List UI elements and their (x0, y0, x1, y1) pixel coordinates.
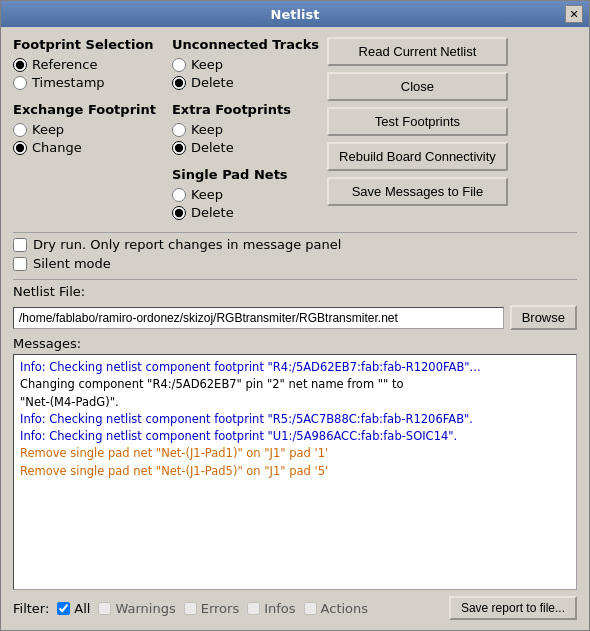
extra-keep-radio[interactable] (172, 123, 186, 137)
single-pad-nets-label: Single Pad Nets (172, 167, 319, 182)
msg-line-7: Remove single pad net "Net-(J1-Pad5)" on… (20, 463, 570, 480)
filter-errors-checkbox[interactable] (184, 602, 197, 615)
filter-warnings-label: Warnings (115, 601, 175, 616)
extra-keep-label: Keep (191, 122, 223, 137)
silent-mode-checkbox[interactable] (13, 257, 27, 271)
footprint-timestamp-radio[interactable] (13, 76, 27, 90)
footprint-reference-radio[interactable] (13, 58, 27, 72)
filter-all-label: All (74, 601, 90, 616)
unconnected-delete-label: Delete (191, 75, 234, 90)
exchange-change-radio[interactable] (13, 141, 27, 155)
msg-line-5: Info: Checking netlist component footpri… (20, 428, 570, 445)
unconnected-keep-radio[interactable] (172, 58, 186, 72)
silent-mode-label: Silent mode (33, 256, 111, 271)
netlist-file-label: Netlist File: (13, 284, 85, 299)
single-pad-keep-label: Keep (191, 187, 223, 202)
separator-2 (13, 279, 577, 280)
messages-area[interactable]: Info: Checking netlist component footpri… (13, 354, 577, 590)
filter-infos-option[interactable]: Infos (247, 601, 295, 616)
dry-run-row: Dry run. Only report changes in message … (13, 237, 577, 252)
dry-run-checkbox[interactable] (13, 238, 27, 252)
single-pad-keep-radio[interactable] (172, 188, 186, 202)
save-messages-to-file-button[interactable]: Save Messages to File (327, 177, 508, 206)
save-report-button[interactable]: Save report to file... (449, 596, 577, 620)
window-title: Netlist (271, 7, 320, 22)
single-pad-nets-group: Single Pad Nets Keep Delete (172, 167, 319, 220)
rebuild-board-connectivity-button[interactable]: Rebuild Board Connectivity (327, 142, 508, 171)
extra-footprints-group: Extra Footprints Keep Delete (172, 102, 319, 155)
filter-actions-checkbox[interactable] (304, 602, 317, 615)
single-pad-delete-option[interactable]: Delete (172, 205, 319, 220)
test-footprints-button[interactable]: Test Footprints (327, 107, 508, 136)
footprint-selection-group: Footprint Selection Reference Timestamp (13, 37, 156, 90)
footprint-selection-label: Footprint Selection (13, 37, 156, 52)
unconnected-keep-label: Keep (191, 57, 223, 72)
filter-label: Filter: (13, 601, 49, 616)
close-button[interactable]: Close (327, 72, 508, 101)
unconnected-delete-option[interactable]: Delete (172, 75, 319, 90)
footprint-timestamp-label: Timestamp (32, 75, 105, 90)
extra-footprints-label: Extra Footprints (172, 102, 319, 117)
filter-infos-label: Infos (264, 601, 295, 616)
footprint-reference-label: Reference (32, 57, 97, 72)
footprint-reference-option[interactable]: Reference (13, 57, 156, 72)
single-pad-delete-label: Delete (191, 205, 234, 220)
exchange-footprint-group: Exchange Footprint Keep Change (13, 102, 156, 155)
exchange-change-label: Change (32, 140, 82, 155)
extra-delete-option[interactable]: Delete (172, 140, 319, 155)
msg-line-6: Remove single pad net "Net-(J1-Pad1)" on… (20, 445, 570, 462)
separator-1 (13, 232, 577, 233)
netlist-file-input-row: Browse (13, 305, 577, 330)
single-pad-keep-option[interactable]: Keep (172, 187, 319, 202)
messages-label: Messages: (13, 336, 577, 351)
main-window: Netlist ✕ Footprint Selection Reference (0, 0, 590, 631)
exchange-footprint-label: Exchange Footprint (13, 102, 156, 117)
filter-actions-option[interactable]: Actions (304, 601, 369, 616)
single-pad-delete-radio[interactable] (172, 206, 186, 220)
footprint-timestamp-option[interactable]: Timestamp (13, 75, 156, 90)
dry-run-label: Dry run. Only report changes in message … (33, 237, 341, 252)
silent-mode-row: Silent mode (13, 256, 577, 271)
unconnected-tracks-label: Unconnected Tracks (172, 37, 319, 52)
unconnected-keep-option[interactable]: Keep (172, 57, 319, 72)
action-buttons: Read Current Netlist Close Test Footprin… (327, 37, 508, 220)
extra-delete-label: Delete (191, 140, 234, 155)
titlebar: Netlist ✕ (1, 1, 589, 27)
close-icon[interactable]: ✕ (565, 5, 583, 23)
filter-infos-checkbox[interactable] (247, 602, 260, 615)
filter-errors-label: Errors (201, 601, 239, 616)
filter-actions-label: Actions (321, 601, 369, 616)
filter-all-checkbox[interactable] (57, 602, 70, 615)
filter-all-option[interactable]: All (57, 601, 90, 616)
left-col: Footprint Selection Reference Timestamp … (13, 37, 156, 220)
filter-errors-option[interactable]: Errors (184, 601, 239, 616)
filter-bar: Filter: All Warnings Errors Infos Action… (13, 596, 577, 620)
filter-warnings-checkbox[interactable] (98, 602, 111, 615)
middle-col: Unconnected Tracks Keep Delete Extra Foo… (172, 37, 319, 220)
left-columns: Footprint Selection Reference Timestamp … (13, 37, 319, 220)
netlist-file-input[interactable] (13, 307, 504, 329)
msg-line-1: Info: Checking netlist component footpri… (20, 359, 570, 376)
extra-delete-radio[interactable] (172, 141, 186, 155)
exchange-keep-label: Keep (32, 122, 64, 137)
read-current-netlist-button[interactable]: Read Current Netlist (327, 37, 508, 66)
msg-line-4: Info: Checking netlist component footpri… (20, 411, 570, 428)
top-row: Footprint Selection Reference Timestamp … (13, 37, 577, 220)
main-content: Footprint Selection Reference Timestamp … (1, 27, 589, 630)
exchange-change-option[interactable]: Change (13, 140, 156, 155)
msg-line-3: "Net-(M4-PadG)". (20, 394, 570, 411)
unconnected-tracks-group: Unconnected Tracks Keep Delete (172, 37, 319, 90)
unconnected-delete-radio[interactable] (172, 76, 186, 90)
exchange-keep-option[interactable]: Keep (13, 122, 156, 137)
filter-warnings-option[interactable]: Warnings (98, 601, 175, 616)
extra-keep-option[interactable]: Keep (172, 122, 319, 137)
browse-button[interactable]: Browse (510, 305, 577, 330)
msg-line-2: Changing component "R4:/5AD62EB7" pin "2… (20, 376, 570, 393)
netlist-file-row: Netlist File: (13, 284, 577, 299)
exchange-keep-radio[interactable] (13, 123, 27, 137)
